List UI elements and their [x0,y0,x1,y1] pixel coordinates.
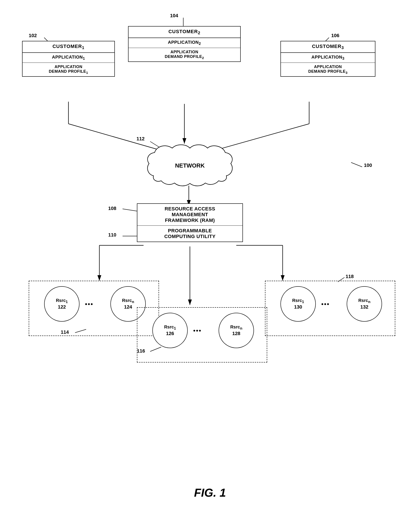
dots-118: ••• [321,301,330,308]
rsrc-132: Rsrcn 132 [347,286,382,322]
rsrc-122: Rsrc1 122 [44,286,80,322]
rsrc-128: Rsrcn 128 [219,313,254,348]
rsrc-130-name: Rsrc1 [292,298,304,304]
ram-row2: PROGRAMMABLECOMPUTING UTILITY [137,226,242,242]
svg-text:NETWORK: NETWORK [175,162,205,169]
network-cloud: NETWORK [146,141,234,191]
rsrc-122-name: Rsrc1 [56,298,68,304]
rsrc-130-num: 130 [294,304,302,310]
rsrc-126-num: 126 [166,331,174,336]
customer3-title: CUSTOMER3 [281,41,375,53]
rsrc-122-num: 122 [58,304,66,310]
ram-box: RESOURCE ACCESSMANAGEMENTFRAMEWORK (RAM)… [137,203,243,242]
customer3-profile: APPLICATIONDEMAND PROFILE3 [281,63,375,76]
customer2-profile: APPLICATIONDEMAND PROFILE2 [128,48,240,62]
diagram: 102 104 106 112 108 110 114 116 118 100 … [0,0,420,464]
label-110: 110 [108,232,116,238]
rsrc-128-num: 128 [232,331,240,336]
rsrc-124-name: Rsrcn [122,298,134,304]
customer1-profile: APPLICATIONDEMAND PROFILE1 [22,63,114,76]
dots-114: ••• [85,301,93,308]
customer3-box: CUSTOMER3 APPLICATION3 APPLICATIONDEMAND… [280,41,375,77]
customer1-title: CUSTOMER1 [22,41,114,53]
dots-116: ••• [193,327,202,334]
customer2-app: APPLICATION2 [128,38,240,48]
rsrc-130: Rsrc1 130 [280,286,316,322]
svg-line-22 [351,162,362,167]
rsrc-126-name: Rsrc1 [164,324,176,331]
label-106: 106 [331,33,339,39]
customer1-box: CUSTOMER1 APPLICATION1 APPLICATIONDEMAND… [22,41,115,77]
customer2-box: CUSTOMER2 APPLICATION2 APPLICATIONDEMAND… [128,26,241,62]
label-112: 112 [136,136,145,142]
customer1-app: APPLICATION1 [22,53,114,63]
ram-row1: RESOURCE ACCESSMANAGEMENTFRAMEWORK (RAM) [137,204,242,226]
rsrc-132-num: 132 [360,304,368,310]
label-102: 102 [29,33,37,39]
label-108: 108 [108,206,116,211]
figure-label: FIG. 1 [194,486,226,499]
rsrc-128-name: Rsrcn [230,324,242,331]
customer2-title: CUSTOMER2 [128,27,240,38]
rsrc-132-name: Rsrcn [358,298,371,304]
rsrc-124-num: 124 [124,304,132,310]
customer3-app: APPLICATION3 [281,53,375,63]
label-104: 104 [170,13,178,19]
label-118: 118 [345,274,354,279]
label-100: 100 [364,162,372,168]
rsrc-126: Rsrc1 126 [152,313,188,348]
